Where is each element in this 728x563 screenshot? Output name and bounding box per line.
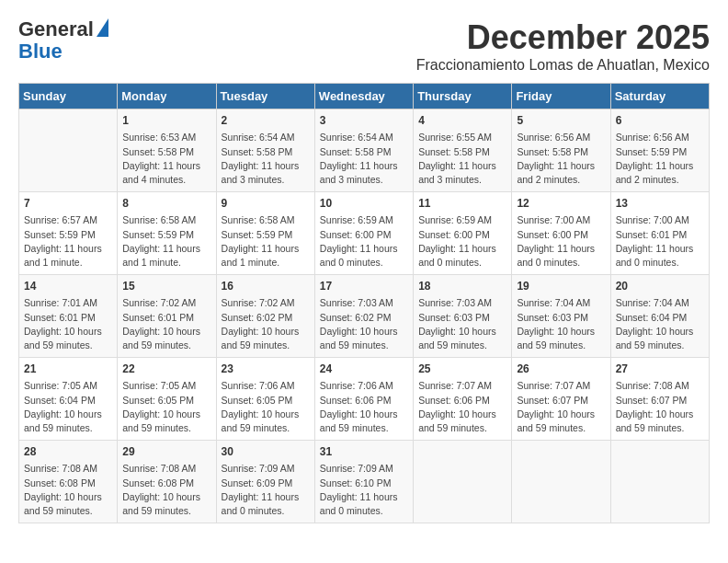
day-number: 3 [320,113,408,129]
day-content: Sunrise: 6:59 AM Sunset: 6:00 PM Dayligh… [320,213,408,270]
calendar-cell: 23Sunrise: 7:06 AM Sunset: 6:05 PM Dayli… [216,358,314,441]
day-content: Sunrise: 7:01 AM Sunset: 6:01 PM Dayligh… [24,296,112,352]
calendar-cell: 25Sunrise: 7:07 AM Sunset: 6:06 PM Dayli… [414,358,512,441]
calendar-cell: 29Sunrise: 7:08 AM Sunset: 6:08 PM Dayli… [118,441,216,523]
day-content: Sunrise: 6:55 AM Sunset: 5:58 PM Dayligh… [418,131,506,187]
day-content: Sunrise: 6:58 AM Sunset: 5:59 PM Dayligh… [122,213,210,270]
calendar-cell: 19Sunrise: 7:04 AM Sunset: 6:03 PM Dayli… [512,275,610,358]
col-friday: Friday [512,84,610,109]
calendar-cell: 6Sunrise: 6:56 AM Sunset: 5:59 PM Daylig… [610,109,709,192]
day-number: 17 [320,279,408,294]
calendar-cell: 18Sunrise: 7:03 AM Sunset: 6:03 PM Dayli… [414,275,512,358]
day-number: 18 [418,279,506,294]
day-number: 6 [616,113,704,129]
day-number: 20 [616,279,704,294]
day-number: 12 [517,196,605,212]
day-content: Sunrise: 6:59 AM Sunset: 6:00 PM Dayligh… [418,213,506,270]
day-content: Sunrise: 6:56 AM Sunset: 5:58 PM Dayligh… [517,131,605,187]
title-block: December 2025 Fraccionamiento Lomas de A… [416,18,710,74]
calendar-cell: 4Sunrise: 6:55 AM Sunset: 5:58 PM Daylig… [414,109,512,192]
day-content: Sunrise: 7:08 AM Sunset: 6:08 PM Dayligh… [122,462,210,518]
day-number: 21 [24,362,112,377]
calendar-header-row: Sunday Monday Tuesday Wednesday Thursday… [19,84,710,109]
col-saturday: Saturday [610,84,709,109]
day-content: Sunrise: 6:54 AM Sunset: 5:58 PM Dayligh… [320,131,408,187]
day-content: Sunrise: 7:04 AM Sunset: 6:04 PM Dayligh… [616,296,704,352]
day-number: 7 [24,196,112,212]
calendar-week-5: 28Sunrise: 7:08 AM Sunset: 6:08 PM Dayli… [19,441,710,523]
day-content: Sunrise: 6:58 AM Sunset: 5:59 PM Dayligh… [222,213,310,270]
calendar-cell: 20Sunrise: 7:04 AM Sunset: 6:04 PM Dayli… [610,275,709,358]
calendar-week-4: 21Sunrise: 7:05 AM Sunset: 6:04 PM Dayli… [19,358,710,441]
day-number: 15 [122,279,210,294]
calendar-cell: 12Sunrise: 7:00 AM Sunset: 6:00 PM Dayli… [512,192,610,275]
col-tuesday: Tuesday [216,84,314,109]
calendar-cell: 17Sunrise: 7:03 AM Sunset: 6:02 PM Dayli… [314,275,413,358]
day-number: 9 [222,196,310,212]
day-number: 29 [122,444,210,460]
day-number: 27 [616,362,704,377]
location-subtitle: Fraccionamiento Lomas de Ahuatlan, Mexic… [416,57,710,74]
day-content: Sunrise: 6:56 AM Sunset: 5:59 PM Dayligh… [616,131,704,187]
calendar-cell: 22Sunrise: 7:05 AM Sunset: 6:05 PM Dayli… [118,358,216,441]
day-content: Sunrise: 7:05 AM Sunset: 6:04 PM Dayligh… [24,379,112,435]
day-content: Sunrise: 7:07 AM Sunset: 6:07 PM Dayligh… [517,379,605,435]
calendar-cell: 15Sunrise: 7:02 AM Sunset: 6:01 PM Dayli… [118,275,216,358]
day-number: 14 [24,279,112,294]
day-number: 22 [122,362,210,377]
day-number: 2 [222,113,310,129]
col-sunday: Sunday [19,84,118,109]
calendar-cell: 13Sunrise: 7:00 AM Sunset: 6:01 PM Dayli… [610,192,709,275]
day-number: 25 [418,362,506,377]
calendar-cell: 24Sunrise: 7:06 AM Sunset: 6:06 PM Dayli… [314,358,413,441]
col-monday: Monday [118,84,216,109]
calendar-cell: 16Sunrise: 7:02 AM Sunset: 6:02 PM Dayli… [216,275,314,358]
day-number: 8 [122,196,210,212]
calendar-cell: 8Sunrise: 6:58 AM Sunset: 5:59 PM Daylig… [118,192,216,275]
calendar-cell: 2Sunrise: 6:54 AM Sunset: 5:58 PM Daylig… [216,109,314,192]
day-number: 16 [222,279,310,294]
day-content: Sunrise: 7:06 AM Sunset: 6:05 PM Dayligh… [222,379,310,435]
day-content: Sunrise: 7:03 AM Sunset: 6:02 PM Dayligh… [320,296,408,352]
calendar-cell: 21Sunrise: 7:05 AM Sunset: 6:04 PM Dayli… [19,358,118,441]
day-content: Sunrise: 7:00 AM Sunset: 6:01 PM Dayligh… [616,213,704,270]
day-number: 26 [517,362,605,377]
day-number: 5 [517,113,605,129]
calendar-cell: 26Sunrise: 7:07 AM Sunset: 6:07 PM Dayli… [512,358,610,441]
day-content: Sunrise: 7:02 AM Sunset: 6:02 PM Dayligh… [222,296,310,352]
day-content: Sunrise: 7:09 AM Sunset: 6:09 PM Dayligh… [222,462,310,518]
day-number: 28 [24,444,112,460]
calendar-cell: 30Sunrise: 7:09 AM Sunset: 6:09 PM Dayli… [216,441,314,523]
day-content: Sunrise: 6:54 AM Sunset: 5:58 PM Dayligh… [222,131,310,187]
day-content: Sunrise: 7:05 AM Sunset: 6:05 PM Dayligh… [122,379,210,435]
calendar-cell: 5Sunrise: 6:56 AM Sunset: 5:58 PM Daylig… [512,109,610,192]
calendar-cell [414,441,512,523]
day-number: 1 [122,113,210,129]
calendar-cell: 9Sunrise: 6:58 AM Sunset: 5:59 PM Daylig… [216,192,314,275]
calendar-cell [19,109,118,192]
calendar-cell: 10Sunrise: 6:59 AM Sunset: 6:00 PM Dayli… [314,192,413,275]
calendar-week-1: 1Sunrise: 6:53 AM Sunset: 5:58 PM Daylig… [19,109,710,192]
day-content: Sunrise: 7:08 AM Sunset: 6:08 PM Dayligh… [24,462,112,518]
day-number: 19 [517,279,605,294]
col-thursday: Thursday [414,84,512,109]
day-content: Sunrise: 7:09 AM Sunset: 6:10 PM Dayligh… [320,462,408,518]
day-content: Sunrise: 7:02 AM Sunset: 6:01 PM Dayligh… [122,296,210,352]
calendar-cell: 11Sunrise: 6:59 AM Sunset: 6:00 PM Dayli… [414,192,512,275]
day-content: Sunrise: 7:07 AM Sunset: 6:06 PM Dayligh… [418,379,506,435]
calendar-week-3: 14Sunrise: 7:01 AM Sunset: 6:01 PM Dayli… [19,275,710,358]
calendar-cell: 14Sunrise: 7:01 AM Sunset: 6:01 PM Dayli… [19,275,118,358]
day-number: 13 [616,196,704,212]
calendar-cell: 3Sunrise: 6:54 AM Sunset: 5:58 PM Daylig… [314,109,413,192]
day-content: Sunrise: 7:04 AM Sunset: 6:03 PM Dayligh… [517,296,605,352]
day-content: Sunrise: 7:03 AM Sunset: 6:03 PM Dayligh… [418,296,506,352]
calendar-cell: 31Sunrise: 7:09 AM Sunset: 6:10 PM Dayli… [314,441,413,523]
day-number: 10 [320,196,408,212]
day-number: 30 [222,444,310,460]
month-title: December 2025 [416,18,710,57]
calendar-cell [610,441,709,523]
col-wednesday: Wednesday [314,84,413,109]
calendar-cell: 1Sunrise: 6:53 AM Sunset: 5:58 PM Daylig… [118,109,216,192]
page-header: General Blue December 2025 Fraccionamien… [18,18,710,74]
logo: General Blue [18,18,108,63]
